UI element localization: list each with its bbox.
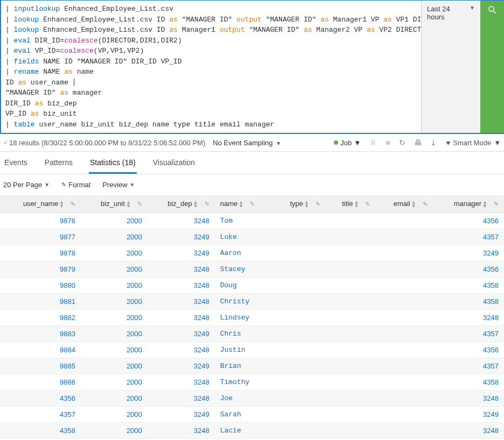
- column-header-user_name[interactable]: user_name▲▼✎: [0, 195, 81, 212]
- cell-type[interactable]: [273, 374, 326, 390]
- cell-biz_dep[interactable]: 3248: [148, 422, 215, 438]
- cell-biz_dep[interactable]: 3248: [148, 277, 215, 293]
- stop-button[interactable]: ■: [386, 138, 390, 147]
- cell-biz_dep[interactable]: 3249: [148, 325, 215, 342]
- cell-manager[interactable]: 3248: [433, 309, 504, 325]
- cell-manager[interactable]: 3249: [433, 245, 504, 261]
- cell-biz_unit[interactable]: 2000: [81, 342, 148, 358]
- cell-biz_unit[interactable]: 2000: [81, 309, 148, 325]
- cell-biz_dep[interactable]: 3249: [148, 229, 215, 245]
- cell-type[interactable]: [273, 390, 326, 406]
- sort-icon[interactable]: ▲▼: [59, 201, 64, 208]
- cell-email[interactable]: [375, 293, 432, 309]
- sort-icon[interactable]: ▲▼: [304, 201, 309, 208]
- sort-icon[interactable]: ▲▼: [239, 201, 243, 208]
- cell-user_name[interactable]: 9879: [0, 261, 81, 277]
- sort-icon[interactable]: ▲▼: [411, 201, 416, 208]
- cell-user_name[interactable]: 4356: [0, 390, 81, 406]
- cell-manager[interactable]: 4358: [433, 277, 504, 293]
- column-header-type[interactable]: type▲▼✎: [273, 195, 326, 212]
- pencil-icon[interactable]: ✎: [137, 201, 142, 207]
- cell-user_name[interactable]: 9881: [0, 293, 81, 309]
- tab-statistics[interactable]: Statistics (18): [89, 158, 137, 174]
- cell-title[interactable]: [326, 293, 375, 309]
- cell-name[interactable]: Sarah: [215, 406, 273, 422]
- cell-manager[interactable]: 4358: [433, 293, 504, 309]
- print-button[interactable]: 🖶: [414, 138, 422, 147]
- cell-biz_dep[interactable]: 3248: [148, 390, 215, 406]
- cell-manager[interactable]: 3248: [433, 422, 504, 438]
- cell-type[interactable]: [273, 261, 326, 277]
- cell-email[interactable]: [375, 277, 432, 293]
- cell-manager[interactable]: 4357: [433, 358, 504, 374]
- cell-title[interactable]: [326, 342, 375, 358]
- cell-type[interactable]: [273, 277, 326, 293]
- cell-name[interactable]: Timothy: [215, 374, 273, 390]
- cell-biz_dep[interactable]: 3249: [148, 358, 215, 374]
- cell-name[interactable]: Christy: [215, 293, 273, 309]
- column-header-biz_dep[interactable]: biz_dep▲▼✎: [148, 195, 215, 212]
- cell-title[interactable]: [326, 261, 375, 277]
- cell-name[interactable]: Joe: [215, 390, 273, 406]
- cell-manager[interactable]: 4357: [433, 325, 504, 342]
- cell-type[interactable]: [273, 422, 326, 438]
- cell-type[interactable]: [273, 342, 326, 358]
- cell-name[interactable]: Stacey: [215, 261, 273, 277]
- cell-user_name[interactable]: 9876: [0, 212, 81, 229]
- column-header-name[interactable]: name▲▼✎: [215, 195, 273, 212]
- cell-type[interactable]: [273, 229, 326, 245]
- search-editor[interactable]: | inputlookup Enhanced_Employee_List.csv…: [1, 1, 421, 133]
- column-header-biz_unit[interactable]: biz_unit▲▼✎: [81, 195, 148, 212]
- cell-user_name[interactable]: 4358: [0, 422, 81, 438]
- cell-biz_unit[interactable]: 2000: [81, 277, 148, 293]
- job-menu[interactable]: Job ▼: [334, 139, 361, 147]
- cell-manager[interactable]: 4356: [433, 261, 504, 277]
- cell-user_name[interactable]: 9878: [0, 245, 81, 261]
- format-dropdown[interactable]: ✎ Format: [61, 181, 90, 189]
- export-button[interactable]: ⤓: [430, 138, 437, 147]
- pencil-icon[interactable]: ✎: [365, 201, 370, 207]
- cell-type[interactable]: [273, 358, 326, 374]
- cell-email[interactable]: [375, 212, 432, 229]
- cell-biz_unit[interactable]: 2000: [81, 245, 148, 261]
- cell-email[interactable]: [375, 229, 432, 245]
- tab-events[interactable]: Events: [3, 158, 29, 174]
- cell-title[interactable]: [326, 212, 375, 229]
- column-header-manager[interactable]: manager▲▼✎: [433, 195, 504, 212]
- pencil-icon[interactable]: ✎: [494, 201, 499, 207]
- cell-biz_unit[interactable]: 2000: [81, 325, 148, 342]
- cell-name[interactable]: Doug: [215, 277, 273, 293]
- cell-manager[interactable]: 4356: [433, 212, 504, 229]
- cell-type[interactable]: [273, 212, 326, 229]
- cell-user_name[interactable]: 9877: [0, 229, 81, 245]
- cell-name[interactable]: Brian: [215, 358, 273, 374]
- cell-user_name[interactable]: 9882: [0, 309, 81, 325]
- cell-type[interactable]: [273, 325, 326, 342]
- cell-biz_unit[interactable]: 2000: [81, 390, 148, 406]
- cell-type[interactable]: [273, 309, 326, 325]
- cell-biz_dep[interactable]: 3248: [148, 309, 215, 325]
- cell-title[interactable]: [326, 277, 375, 293]
- cell-biz_dep[interactable]: 3248: [148, 212, 215, 229]
- tab-patterns[interactable]: Patterns: [44, 158, 74, 174]
- cell-title[interactable]: [326, 309, 375, 325]
- cell-title[interactable]: [326, 358, 375, 374]
- cell-name[interactable]: Chris: [215, 325, 273, 342]
- cell-name[interactable]: Tom: [215, 212, 273, 229]
- cell-title[interactable]: [326, 229, 375, 245]
- cell-user_name[interactable]: 9884: [0, 342, 81, 358]
- cell-type[interactable]: [273, 293, 326, 309]
- cell-manager[interactable]: 4356: [433, 342, 504, 358]
- cell-email[interactable]: [375, 422, 432, 438]
- column-header-email[interactable]: email▲▼✎: [375, 195, 432, 212]
- search-button[interactable]: [480, 1, 504, 133]
- cell-biz_unit[interactable]: 2000: [81, 422, 148, 438]
- cell-biz_unit[interactable]: 2000: [81, 261, 148, 277]
- cell-biz_unit[interactable]: 2000: [81, 358, 148, 374]
- cell-user_name[interactable]: 9885: [0, 358, 81, 374]
- pencil-icon[interactable]: ✎: [316, 201, 320, 207]
- cell-biz_unit[interactable]: 2000: [81, 374, 148, 390]
- cell-name[interactable]: Aaron: [215, 245, 273, 261]
- cell-user_name[interactable]: 9886: [0, 374, 81, 390]
- cell-manager[interactable]: 4357: [433, 229, 504, 245]
